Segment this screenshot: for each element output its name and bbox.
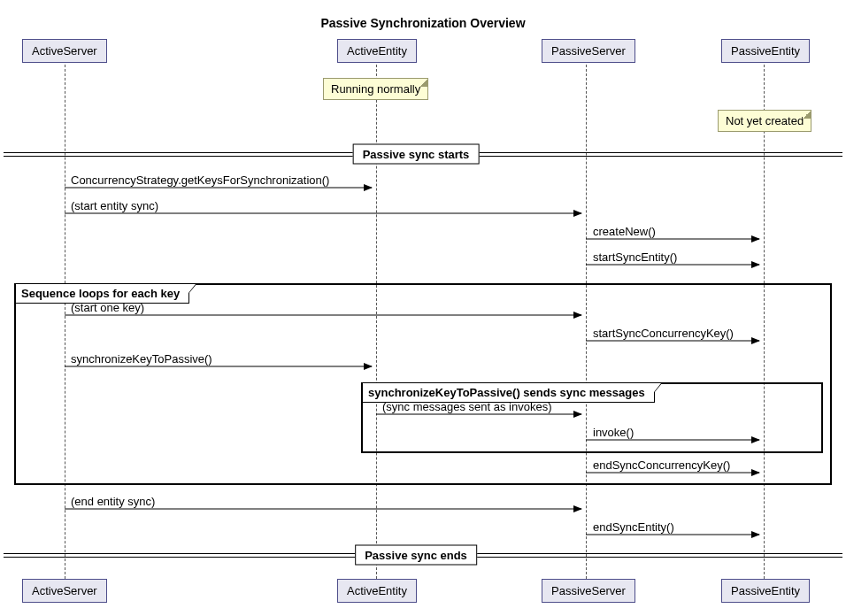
note-not-yet-created: Not yet created: [718, 110, 811, 132]
diagram-title: Passive Synchronization Overview: [0, 16, 846, 30]
diagram-canvas: Passive Synchronization Overview ActiveS…: [0, 0, 846, 616]
msg-start-entity-sync: (start entity sync): [71, 199, 158, 212]
msg-create-new: createNew(): [593, 225, 656, 238]
msg-synchronize-key-to-passive: synchronizeKeyToPassive(): [71, 352, 212, 366]
note-running-normally: Running normally: [323, 78, 428, 100]
participant-active-server-bottom: ActiveServer: [22, 579, 107, 603]
participant-passive-entity-top: PassiveEntity: [721, 39, 810, 63]
msg-end-sync-concurrency-key: endSyncConcurrencyKey(): [593, 458, 730, 472]
participant-passive-entity-bottom: PassiveEntity: [721, 579, 810, 603]
msg-end-entity-sync: (end entity sync): [71, 495, 155, 508]
msg-get-keys: ConcurrencyStrategy.getKeysForSynchroniz…: [71, 173, 329, 187]
participant-passive-server-bottom: PassiveServer: [542, 579, 635, 603]
msg-invoke: invoke(): [593, 426, 634, 439]
divider-start-label: Passive sync starts: [353, 144, 480, 165]
participant-passive-server-top: PassiveServer: [542, 39, 635, 63]
divider-end-label: Passive sync ends: [355, 545, 477, 566]
participant-active-server-top: ActiveServer: [22, 39, 107, 63]
msg-start-sync-entity: startSyncEntity(): [593, 250, 677, 264]
msg-start-one-key: (start one key): [71, 301, 144, 314]
participant-active-entity-top: ActiveEntity: [337, 39, 417, 63]
participant-active-entity-bottom: ActiveEntity: [337, 579, 417, 603]
msg-sync-invokes: (sync messages sent as invokes): [382, 400, 551, 413]
msg-end-sync-entity: endSyncEntity(): [593, 520, 674, 534]
msg-start-sync-concurrency-key: startSyncConcurrencyKey(): [593, 327, 734, 340]
